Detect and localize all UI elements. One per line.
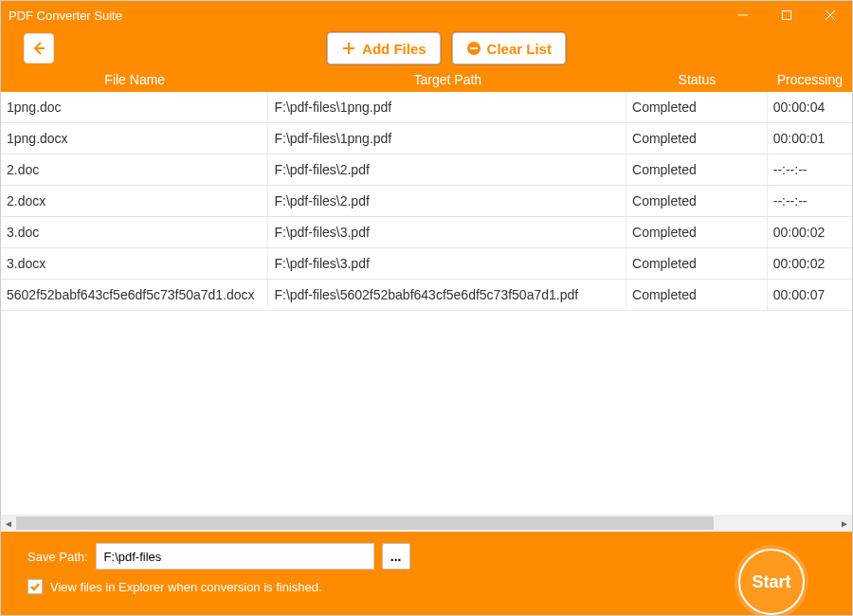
cell-time: 00:00:02 [768,217,852,247]
cell-path: F:\pdf-files\5602f52babf643cf5e6df5c73f5… [268,280,626,310]
cell-time: 00:00:07 [768,280,852,310]
cell-status: Completed [626,123,768,154]
start-button[interactable]: Start [738,549,805,615]
window-title: PDF Converter Suite [9,9,721,23]
cell-path: F:\pdf-files\2.pdf [268,154,626,185]
cell-name: 2.docx [1,186,268,216]
cell-time: 00:00:04 [768,92,852,122]
col-header-time[interactable]: Processing [768,72,852,87]
close-button[interactable] [808,1,852,29]
table-row[interactable]: 1png.docxF:\pdf-files\1png.pdfCompleted0… [1,123,852,154]
plus-icon [341,41,356,56]
cell-status: Completed [626,92,768,122]
titlebar: PDF Converter Suite [1,1,852,29]
clear-list-label: Clear List [487,41,552,57]
cell-status: Completed [626,248,768,279]
cell-name: 3.doc [1,217,268,247]
cell-path: F:\pdf-files\1png.pdf [268,123,626,154]
view-in-explorer-label: View files in Explorer when conversion i… [50,580,322,594]
scroll-right-arrow[interactable]: ► [837,516,852,531]
svg-rect-1 [783,11,791,20]
cell-time: 00:00:02 [768,248,852,279]
save-path-label: Save Path: [27,550,88,564]
table-row[interactable]: 5602f52babf643cf5e6df5c73f50a7d1.docxF:\… [1,280,852,311]
col-header-name[interactable]: File Name [1,72,268,87]
table-row[interactable]: 2.docxF:\pdf-files\2.pdfCompleted--:--:-… [1,186,852,217]
start-label: Start [752,572,790,592]
cell-path: F:\pdf-files\2.pdf [268,186,626,216]
minimize-button[interactable] [721,1,765,29]
cell-status: Completed [626,217,768,247]
horizontal-scrollbar[interactable]: ◄ ► [1,515,852,532]
cell-status: Completed [626,280,768,310]
add-files-label: Add Files [362,41,426,57]
minus-circle-icon [466,41,481,56]
maximize-button[interactable] [765,1,808,29]
check-icon [29,581,41,592]
scroll-left-arrow[interactable]: ◄ [1,516,16,531]
cell-time: --:--:-- [768,186,852,216]
save-path-input[interactable] [96,543,374,570]
browse-button[interactable]: ... [382,543,410,570]
table-row[interactable]: 3.docF:\pdf-files\3.pdfCompleted00:00:02 [1,217,852,248]
clear-list-button[interactable]: Clear List [452,32,566,64]
table-row[interactable]: 2.docF:\pdf-files\2.pdfCompleted--:--:-- [1,154,852,186]
cell-name: 1png.doc [1,92,268,122]
add-files-button[interactable]: Add Files [327,32,441,64]
cell-path: F:\pdf-files\1png.pdf [268,92,626,122]
cell-name: 1png.docx [1,123,268,154]
cell-status: Completed [626,186,768,216]
back-button[interactable] [24,33,54,63]
cell-name: 2.doc [1,154,268,185]
cell-time: --:--:-- [768,154,852,185]
table-row[interactable]: 1png.docF:\pdf-files\1png.pdfCompleted00… [1,92,852,123]
col-header-path[interactable]: Target Path [268,72,626,87]
view-in-explorer-checkbox[interactable] [27,579,43,594]
scroll-thumb[interactable] [16,516,714,530]
cell-path: F:\pdf-files\3.pdf [268,217,626,247]
cell-path: F:\pdf-files\3.pdf [268,248,626,279]
col-header-status[interactable]: Status [626,72,768,87]
table-header: File Name Target Path Status Processing [1,67,852,92]
cell-time: 00:00:01 [768,123,852,154]
cell-name: 5602f52babf643cf5e6df5c73f50a7d1.docx [1,280,268,310]
cell-status: Completed [626,154,768,185]
cell-name: 3.docx [1,248,268,279]
table-row[interactable]: 3.docxF:\pdf-files\3.pdfCompleted00:00:0… [1,248,852,280]
